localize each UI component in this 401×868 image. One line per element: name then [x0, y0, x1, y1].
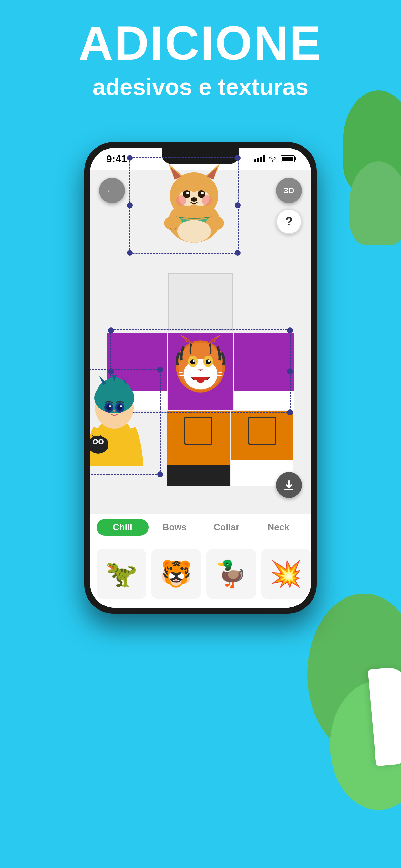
signal-icon [254, 155, 265, 162]
char-head-slot [168, 273, 233, 331]
sub-title: adesivos e texturas [0, 73, 401, 100]
download-button[interactable] [276, 472, 302, 498]
battery-icon [281, 155, 295, 162]
status-time: 9:41 [106, 153, 127, 165]
shirt-handle-mr[interactable] [287, 368, 293, 374]
svg-point-11 [201, 192, 204, 194]
tab-neck[interactable]: Neck [252, 519, 305, 536]
wifi-icon [268, 154, 277, 164]
back-arrow-icon: ← [105, 184, 117, 197]
phone-mockup: 9:41 [84, 142, 317, 614]
sticker-dinosaur[interactable]: 🦖 [96, 549, 146, 599]
3d-label: 3D [283, 186, 294, 196]
tab-collar[interactable]: Collar [201, 519, 252, 536]
sticker-selection-anime [90, 369, 161, 475]
leg-panels [167, 411, 294, 486]
tiger-emoji: 🐯 [160, 559, 192, 589]
svg-point-10 [186, 192, 189, 194]
sticker-anime-girl[interactable] [90, 375, 155, 469]
tab-bar: Chill Bows Collar Neck [90, 514, 311, 540]
leg-left-bottom [167, 465, 229, 486]
handle-ml[interactable] [127, 203, 133, 208]
anime-handle-br[interactable] [157, 471, 163, 477]
leg-left [167, 411, 229, 486]
sticker-shiba[interactable] [149, 160, 252, 251]
duck-emoji: 🦆 [215, 559, 247, 589]
help-icon: ? [285, 215, 292, 228]
svg-point-12 [191, 197, 197, 202]
tab-chill[interactable]: Chill [96, 519, 149, 536]
3d-button[interactable]: 3D [276, 178, 302, 204]
shirt-handle-tr[interactable] [287, 328, 293, 333]
header: ADICIONE adesivos e texturas [0, 20, 401, 100]
sticker-explosion[interactable]: 💥 [261, 549, 311, 599]
svg-point-20 [177, 220, 211, 243]
pocket-right [248, 416, 276, 445]
pocket-left [184, 416, 212, 445]
svg-point-13 [176, 195, 186, 206]
svg-point-14 [202, 195, 212, 206]
explosion-emoji: 💥 [270, 559, 302, 589]
back-button[interactable]: ← [99, 178, 125, 204]
dinosaur-emoji: 🦖 [105, 559, 137, 589]
phone-frame: 9:41 [84, 142, 317, 614]
shirt-handle-tl[interactable] [108, 328, 114, 333]
download-icon [282, 478, 296, 492]
help-button[interactable]: ? [276, 209, 302, 235]
handle-tl[interactable] [127, 155, 133, 161]
anime-handle-tr[interactable] [157, 367, 163, 373]
handle-br[interactable] [235, 250, 241, 256]
handle-bl[interactable] [127, 250, 133, 256]
sticker-tiger[interactable]: 🐯 [151, 549, 201, 599]
phone-screen: 9:41 [90, 148, 311, 608]
sticker-duck[interactable]: 🦆 [206, 549, 256, 599]
sticker-grid: 🦖 🐯 🦆 💥 [90, 540, 311, 608]
app-content: ← 3D ? [90, 170, 311, 608]
status-icons [254, 154, 295, 164]
shirt-handle-br[interactable] [287, 409, 293, 415]
tab-bows[interactable]: Bows [149, 519, 201, 536]
main-title: ADICIONE [0, 20, 401, 67]
